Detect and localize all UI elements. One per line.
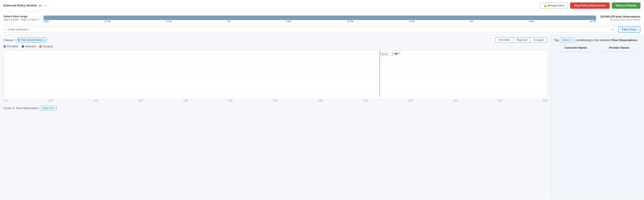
enforce-policies-button[interactable]: Enforce Policies [612,3,640,9]
total-observations-count: 25,040,476 total observations [600,15,640,18]
slider-track [44,16,596,20]
consumer-col-header: Consumer Names [556,45,596,52]
filter-row: Filtered Flow Observations ▾ Permitted R… [4,37,547,43]
tick-6am-1: 6 AM [44,20,48,23]
escaped-tab[interactable]: Escaped [530,37,547,43]
chart-wrapper: p1 2:41 2:42 2:43 2:44 2:45 2:46 2:47 2:… [4,50,547,102]
arrow-icon: ← [44,3,48,8]
tick-84: 8/4 [227,20,230,23]
consumer-col-divider [558,52,593,52]
filter-tabs: Permitted Rejected Escaped [496,37,547,43]
names-columns: Consumer Names Provider Names [554,45,641,196]
tick-6pm-2: 6 PM [409,20,414,23]
tick-6pm-1: 6 PM [166,20,172,23]
info-icon: ℹ [6,28,7,31]
x-label-247: 2:47 [273,100,278,102]
legend-rejected-dot [22,45,24,48]
tick-6am-2: 6 AM [286,20,292,23]
legend-permitted: Permitted [4,45,18,48]
header-bold: Flow Observations. [611,39,638,42]
top-bar-actions: 🔔 Manage Alerts Stop Policy Enforcement … [540,3,640,9]
x-label-246: 2:46 [228,100,232,102]
enforced-policy-section: Enforced Policy Version: p1 ← [4,3,48,8]
time-range-label-block: Select time range Aug 5 2:41pm – Aug 5 2… [4,15,44,21]
svg-marker-8 [394,53,397,55]
time-range-subtitle[interactable]: Aug 5 2:41pm – Aug 5 2:53pm ▾ [4,18,44,21]
tick-12pm-1: 12 PM [104,20,111,23]
tag-chevron-icon: ▾ [44,39,45,41]
found-suffix: Flow Observations [16,107,38,110]
legend-permitted-dot [4,45,6,48]
policy-version-link[interactable]: p1 [39,4,42,7]
chart-legend: Permitted Rejected Escaped [4,45,547,48]
legend-escaped: Escaped [39,45,53,48]
show-chevron-icon: ▾ [53,107,54,110]
right-panel: Top Names ▾ contributing to the selected… [551,35,644,199]
found-count: 0 [13,107,14,110]
time-range-slider[interactable]: 6 AM 12 PM 6 PM 8/4 6 AM 12 PM 6 PM 8/5 … [44,13,596,23]
tick-12pm-3: 12 PM [590,20,596,23]
showing-label: Showing Flow Observations [600,18,640,21]
consumer-names-col: Consumer Names [554,45,598,196]
found-prefix: Found [4,107,11,110]
top-names-header: Top Names ▾ contributing to the selected… [554,38,641,42]
x-label-253: 2:53 [543,100,547,102]
x-label-251: 2:51 [453,100,457,102]
provider-col-header: Provider Names [600,45,639,52]
rejected-tab[interactable]: Rejected [514,37,530,43]
show-label: Show 20 [42,107,52,110]
x-label-249: 2:49 [363,100,367,102]
x-label-242: 2:42 [48,100,53,102]
main-content: Filtered Flow Observations ▾ Permitted R… [0,35,644,199]
clear-icon[interactable]: ✕ [612,28,614,31]
legend-escaped-dot [39,45,42,48]
x-label-243: 2:43 [94,100,98,102]
chevron-down-icon[interactable]: ▾ [37,18,38,21]
legend-rejected: Rejected [22,45,36,48]
tag-label: Flow Observations [21,39,42,42]
flow-observations-tag[interactable]: Flow Observations ▾ [15,38,47,43]
names-dropdown-label: Names [562,39,570,42]
x-axis-labels: 2:41 2:42 2:43 2:44 2:45 2:46 2:47 2:48 … [4,99,547,102]
chart-svg: p1 [4,51,547,99]
provider-names-col: Provider Names [598,45,641,196]
legend-escaped-label: Escaped [42,45,53,48]
tick-6am-3: 6 AM [529,20,534,23]
x-label-250: 2:50 [408,100,412,102]
slider-tick-labels: 6 AM 12 PM 6 PM 8/4 6 AM 12 PM 6 PM 8/5 … [44,20,596,23]
permitted-tab[interactable]: Permitted [496,37,514,43]
filter-input-wrapper[interactable]: ℹ ✕ [4,26,616,33]
manage-alerts-button[interactable]: 🔔 Manage Alerts [540,3,568,9]
svg-text:p1: p1 [382,53,388,55]
top-bar: Enforced Policy Version: p1 ← 🔔 Manage A… [0,0,644,11]
filter-flows-button[interactable]: Filter Flows [618,26,640,33]
x-label-244: 2:44 [138,100,143,102]
x-label-252: 2:52 [498,100,502,102]
filter-bar: ℹ ✕ Filter Flows [0,24,644,35]
header-prefix: Top [554,39,559,42]
provider-col-divider [602,52,637,52]
show-select[interactable]: Show 20 ▾ [40,106,56,110]
names-dropdown-chevron-icon: ▾ [571,39,572,42]
legend-rejected-label: Rejected [25,45,36,48]
enforced-policy-label: Enforced Policy Version: [4,4,38,7]
found-row: Found 0 Flow Observations Show 20 ▾ [4,105,547,112]
time-range-title: Select time range [4,15,44,18]
filtered-label: Filtered [4,39,13,42]
x-label-241: 2:41 [4,100,8,102]
left-panel: Filtered Flow Observations ▾ Permitted R… [0,35,551,199]
x-label-245: 2:45 [183,100,188,102]
time-range-bar: Select time range Aug 5 2:41pm – Aug 5 2… [0,11,644,24]
x-label-248: 2:48 [318,100,322,102]
tag-dot [18,39,20,41]
chart-area: p1 [4,50,547,99]
observations-summary: 25,040,476 total observations Showing Fl… [596,15,640,21]
tick-12pm-2: 12 PM [347,20,353,23]
legend-permitted-label: Permitted [7,45,18,48]
header-suffix: contributing to the selected [576,39,610,42]
tick-85: 8/5 [470,20,473,23]
slider-fill [44,16,596,20]
stop-enforcement-button[interactable]: Stop Policy Enforcement [570,3,610,9]
attributes-input[interactable] [8,28,610,31]
names-dropdown[interactable]: Names ▾ [560,38,574,42]
